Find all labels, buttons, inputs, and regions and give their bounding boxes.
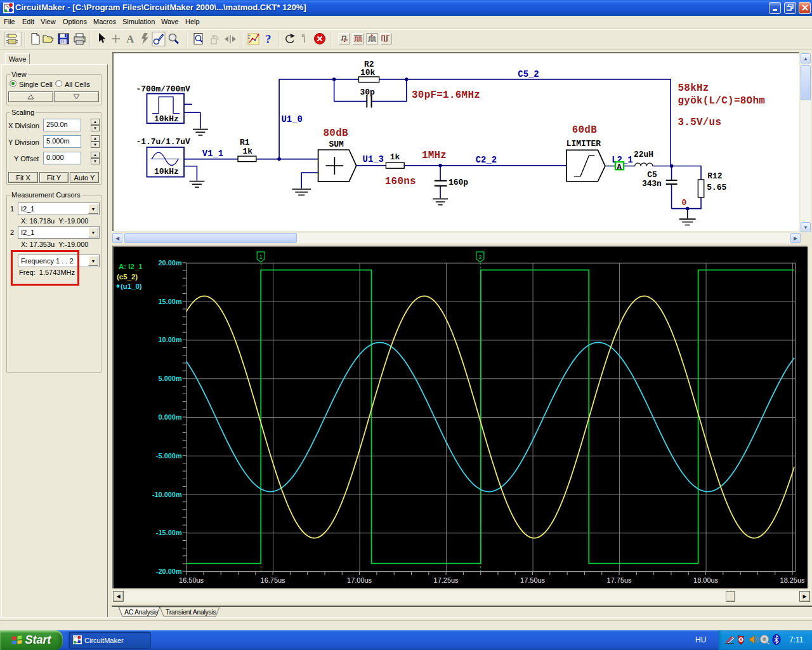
svg-text:0: 0 [681, 198, 686, 208]
svg-text:18.25us: 18.25us [780, 576, 805, 584]
svg-text:3.5V/us: 3.5V/us [678, 117, 722, 128]
svg-text:-5.000m: -5.000m [156, 452, 182, 460]
svg-text:5.65: 5.65 [707, 183, 726, 192]
svg-text:80dB: 80dB [323, 128, 348, 139]
svg-text:160p: 160p [449, 178, 468, 187]
svg-text:-1.7u/1.7uV: -1.7u/1.7uV [136, 137, 190, 147]
svg-text:R12: R12 [707, 171, 722, 181]
svg-text:1k: 1k [390, 152, 400, 162]
svg-text:22uH: 22uH [634, 150, 653, 159]
svg-text:A: I2_1: A: I2_1 [119, 263, 143, 270]
svg-text:10kHz: 10kHz [154, 167, 179, 176]
svg-text:5.000m: 5.000m [159, 375, 182, 382]
svg-text:A: A [617, 162, 622, 172]
svg-text:17.00us: 17.00us [347, 576, 372, 584]
svg-text:0.000m: 0.000m [159, 413, 182, 421]
svg-text:7:11: 7:11 [789, 635, 804, 644]
svg-text:343n: 343n [642, 179, 662, 189]
svg-text:1: 1 [259, 254, 263, 260]
svg-text:(c5_2): (c5_2) [117, 273, 138, 281]
svg-text:C5_2: C5_2 [518, 69, 539, 79]
svg-text:A: A [126, 33, 134, 45]
svg-text:160ns: 160ns [385, 176, 416, 187]
svg-text:30pF=1.6MHz: 30pF=1.6MHz [412, 90, 480, 101]
svg-text:SUM: SUM [329, 140, 343, 149]
svg-text:gyök(L/C)=8Ohm: gyök(L/C)=8Ohm [678, 95, 766, 107]
svg-text:?: ? [265, 32, 272, 46]
svg-text:20.00m: 20.00m [159, 259, 182, 267]
svg-text:U1_3: U1_3 [363, 154, 384, 164]
svg-text:C5: C5 [647, 170, 657, 180]
svg-text:2: 2 [478, 254, 481, 260]
svg-text:30p: 30p [360, 88, 375, 97]
svg-text:17.25us: 17.25us [434, 576, 459, 584]
svg-text:AC Analysis: AC Analysis [124, 608, 158, 616]
svg-text:60dB: 60dB [572, 124, 597, 136]
svg-text:-700m/700mV: -700m/700mV [136, 84, 190, 94]
svg-text:Transient Analysis: Transient Analysis [166, 608, 216, 616]
svg-text:V1_1: V1_1 [202, 149, 223, 159]
svg-text:16.75us: 16.75us [261, 576, 285, 584]
svg-text:U1_0: U1_0 [281, 114, 302, 124]
svg-text:58kHz: 58kHz [678, 83, 709, 94]
svg-text:10k: 10k [360, 68, 375, 77]
svg-text:15.00m: 15.00m [159, 298, 182, 305]
svg-text:C2_2: C2_2 [476, 155, 497, 165]
svg-text:17.50us: 17.50us [520, 576, 545, 584]
svg-text:LIMITER: LIMITER [566, 139, 601, 149]
svg-text:10.00m: 10.00m [159, 336, 182, 343]
svg-text:17.75us: 17.75us [607, 576, 632, 584]
svg-text:-15.00m: -15.00m [156, 529, 182, 536]
svg-text:18.00us: 18.00us [693, 576, 718, 584]
svg-text:10kHz: 10kHz [154, 114, 179, 124]
svg-text:1MHz: 1MHz [422, 150, 447, 161]
svg-text:1k: 1k [242, 147, 252, 156]
svg-text:-10.000m: -10.000m [152, 491, 182, 498]
svg-text:(u1_0): (u1_0) [121, 282, 142, 290]
svg-text:-20.00m: -20.00m [156, 567, 182, 575]
svg-text:16.50us: 16.50us [179, 576, 204, 584]
